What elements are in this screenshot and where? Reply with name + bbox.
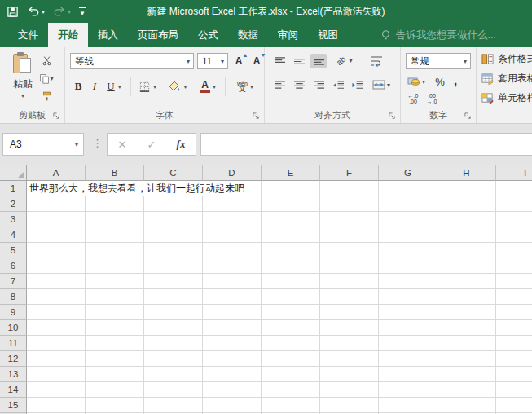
cell-D12[interactable] — [203, 351, 262, 367]
fill-color-dropdown-icon[interactable]: ▾ — [183, 83, 187, 90]
paste-button[interactable]: 粘贴 ▾ — [7, 52, 39, 99]
cell-I4[interactable] — [496, 227, 532, 243]
cell-H9[interactable] — [437, 305, 496, 320]
cell-B2[interactable] — [86, 196, 144, 212]
cell-E15[interactable] — [262, 398, 320, 413]
cell-I13[interactable] — [496, 367, 532, 382]
cell-H8[interactable] — [437, 289, 496, 305]
alignment-dialog-launcher[interactable] — [389, 112, 397, 121]
cell-I14[interactable] — [496, 382, 532, 398]
comma-style-button[interactable]: , — [450, 73, 461, 87]
cell-D4[interactable] — [203, 227, 262, 243]
cell-I15[interactable] — [496, 398, 532, 413]
merge-center-button[interactable]: ▾ — [367, 77, 395, 93]
clipboard-dialog-launcher[interactable] — [53, 112, 61, 121]
cell-styles-button[interactable]: 单元格样式 — [481, 91, 532, 105]
cell-I11[interactable] — [496, 336, 532, 351]
tab-home[interactable]: 开始 — [48, 23, 88, 47]
cell-A7[interactable] — [27, 274, 86, 289]
formula-input[interactable] — [200, 133, 532, 156]
cell-G6[interactable] — [379, 258, 437, 274]
cell-B6[interactable] — [86, 258, 144, 274]
font-color-button[interactable]: A ▾ — [196, 77, 220, 95]
cell-C2[interactable] — [144, 196, 203, 212]
number-dialog-launcher[interactable] — [464, 112, 473, 121]
cell-A5[interactable] — [27, 243, 86, 258]
cell-B11[interactable] — [86, 336, 144, 351]
phonetic-dropdown-icon[interactable]: ▾ — [250, 83, 253, 90]
cell-D5[interactable] — [203, 243, 262, 258]
cell-D6[interactable] — [203, 258, 262, 274]
grow-font-button[interactable]: A▲ — [231, 54, 246, 68]
cell-G2[interactable] — [379, 196, 437, 212]
cell-I1[interactable] — [496, 181, 532, 196]
cell-F1[interactable] — [320, 181, 379, 196]
cell-E12[interactable] — [262, 351, 320, 367]
cell-C7[interactable] — [144, 274, 203, 289]
column-header-B[interactable]: B — [86, 165, 144, 181]
row-header-13[interactable]: 13 — [0, 367, 27, 382]
select-all-corner[interactable] — [0, 165, 27, 181]
name-box-dropdown-icon[interactable]: ▾ — [75, 141, 83, 148]
increase-indent-button[interactable] — [349, 77, 365, 92]
cell-D11[interactable] — [203, 336, 262, 351]
cell-F9[interactable] — [320, 305, 379, 320]
cell-C6[interactable] — [144, 258, 203, 274]
cell-I8[interactable] — [496, 289, 532, 305]
row-header-2[interactable]: 2 — [0, 196, 27, 212]
cell-C9[interactable] — [144, 305, 203, 320]
cell-D7[interactable] — [203, 274, 262, 289]
cell-F7[interactable] — [320, 274, 379, 289]
cell-G10[interactable] — [379, 320, 437, 336]
cell-E10[interactable] — [262, 320, 320, 336]
tab-data[interactable]: 数据 — [228, 23, 268, 47]
cell-H6[interactable] — [437, 258, 496, 274]
cell-B13[interactable] — [86, 367, 144, 382]
cell-I10[interactable] — [496, 320, 532, 336]
cell-H15[interactable] — [437, 398, 496, 413]
cell-A14[interactable] — [27, 382, 86, 398]
cell-D15[interactable] — [203, 398, 262, 413]
cell-I6[interactable] — [496, 258, 532, 274]
tab-review[interactable]: 审阅 — [268, 23, 308, 47]
align-right-button[interactable] — [310, 77, 327, 92]
cell-C5[interactable] — [144, 243, 203, 258]
cell-I5[interactable] — [496, 243, 532, 258]
cell-B5[interactable] — [86, 243, 144, 258]
tell-me-box[interactable]: 告诉我您想要做什么... — [380, 23, 496, 47]
cell-E14[interactable] — [262, 382, 320, 398]
cell-I3[interactable] — [496, 212, 532, 227]
cell-E13[interactable] — [262, 367, 320, 382]
underline-dropdown-icon[interactable]: ▾ — [118, 83, 121, 90]
cell-C13[interactable] — [144, 367, 203, 382]
cell-A13[interactable] — [27, 367, 86, 382]
cell-G4[interactable] — [379, 227, 437, 243]
cell-B15[interactable] — [86, 398, 144, 413]
format-painter-button[interactable] — [39, 90, 54, 103]
font-size-combo[interactable]: 11 ▾ — [197, 53, 228, 69]
cell-A6[interactable] — [27, 258, 86, 274]
cell-A11[interactable] — [27, 336, 86, 351]
insert-function-button[interactable]: fx — [166, 134, 196, 155]
cell-B10[interactable] — [86, 320, 144, 336]
row-header-1[interactable]: 1 — [0, 181, 27, 196]
cell-F4[interactable] — [320, 227, 379, 243]
font-name-combo[interactable]: 等线 ▾ — [70, 53, 194, 69]
row-header-5[interactable]: 5 — [0, 243, 27, 258]
cell-A10[interactable] — [27, 320, 86, 336]
row-header-10[interactable]: 10 — [0, 320, 27, 336]
cell-G5[interactable] — [379, 243, 437, 258]
cell-F8[interactable] — [320, 289, 379, 305]
cell-F14[interactable] — [320, 382, 379, 398]
column-header-C[interactable]: C — [144, 165, 203, 181]
column-header-I[interactable]: I — [496, 165, 532, 181]
cell-C3[interactable] — [144, 212, 203, 227]
cell-G13[interactable] — [379, 367, 437, 382]
cell-G1[interactable] — [379, 181, 437, 196]
cell-A3[interactable] — [27, 212, 86, 227]
orientation-button[interactable]: ab ▾ — [332, 52, 358, 68]
decrease-decimal-button[interactable]: .00→.0 — [424, 92, 440, 105]
column-header-E[interactable]: E — [262, 165, 320, 181]
cell-D14[interactable] — [203, 382, 262, 398]
align-left-button[interactable] — [271, 77, 288, 92]
